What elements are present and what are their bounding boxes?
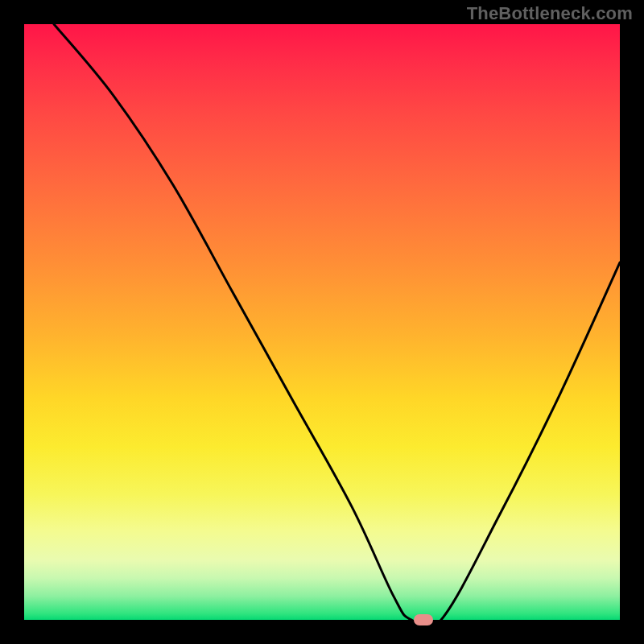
- watermark-text: TheBottleneck.com: [467, 3, 633, 24]
- bottleneck-curve: [54, 24, 620, 620]
- chart-frame: TheBottleneck.com: [0, 0, 644, 644]
- plot-area: [24, 24, 620, 620]
- min-marker: [414, 614, 433, 625]
- curve-svg: [24, 24, 620, 620]
